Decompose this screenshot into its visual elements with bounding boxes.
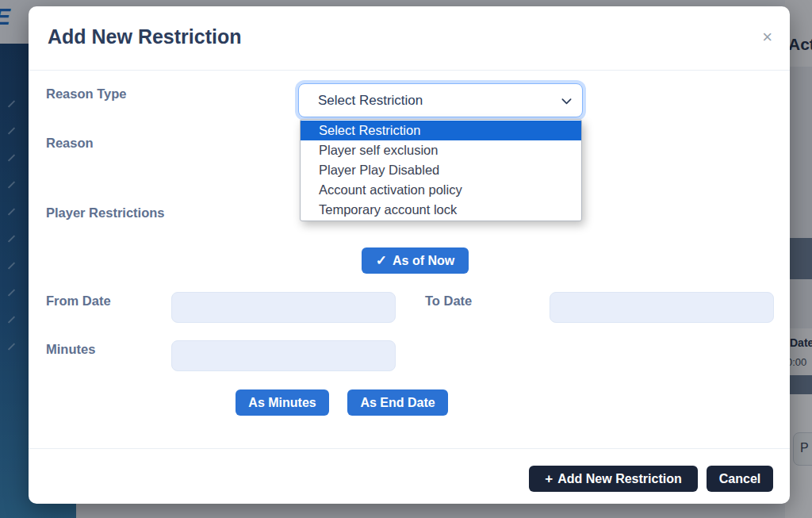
reason-type-select-value: Select Restriction <box>299 93 423 109</box>
close-icon[interactable]: × <box>762 29 772 46</box>
reason-label: Reason <box>46 136 94 151</box>
dropdown-option-select-restriction[interactable]: Select Restriction <box>301 121 581 140</box>
player-restrictions-label: Player Restrictions <box>46 205 164 221</box>
add-new-restriction-dialog: Add New Restriction × Reason Type Reason… <box>29 6 790 504</box>
minutes-input[interactable] <box>171 340 396 371</box>
cancel-button[interactable]: Cancel <box>707 466 773 492</box>
chevron-down-icon <box>561 95 573 110</box>
from-date-label: From Date <box>46 294 111 309</box>
add-new-restriction-button[interactable]: + Add New Restriction <box>529 466 698 492</box>
footer-divider <box>29 448 790 449</box>
header-divider <box>29 70 790 71</box>
reason-type-select[interactable]: Select Restriction <box>298 83 583 117</box>
as-minutes-button[interactable]: As Minutes <box>236 389 329 416</box>
to-date-input[interactable] <box>550 292 774 323</box>
check-icon: ✓ <box>376 254 387 267</box>
to-date-label: To Date <box>425 294 472 309</box>
as-of-now-button[interactable]: ✓ As of Now <box>362 247 469 274</box>
dropdown-option-player-self-exclusion[interactable]: Player self exclusion <box>301 140 581 160</box>
dropdown-option-player-play-disabled[interactable]: Player Play Disabled <box>301 160 581 180</box>
dialog-title: Add New Restriction <box>48 25 241 48</box>
reason-type-label: Reason Type <box>46 86 126 102</box>
dropdown-option-temporary-account-lock[interactable]: Temporary account lock <box>301 200 581 220</box>
minutes-label: Minutes <box>46 342 95 357</box>
add-new-restriction-label: Add New Restriction <box>557 472 681 486</box>
from-date-input[interactable] <box>171 292 396 323</box>
plus-icon: + <box>545 472 553 485</box>
as-end-date-button[interactable]: As End Date <box>347 389 448 416</box>
dropdown-option-account-activation-policy[interactable]: Account activation policy <box>301 180 581 200</box>
screen: E Acti Date 0:00 P Add New Restriction ×… <box>0 0 812 518</box>
as-of-now-label: As of Now <box>393 254 454 268</box>
reason-type-dropdown-list: Select Restriction Player self exclusion… <box>300 119 582 221</box>
